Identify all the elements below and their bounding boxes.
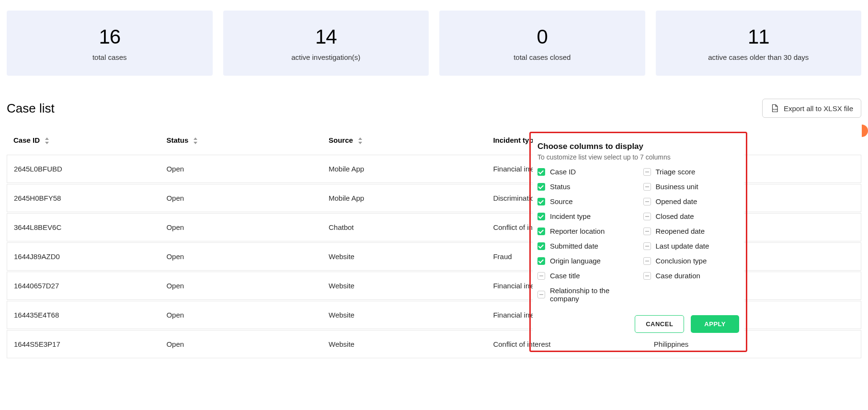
cell-case_id: 2645L0BFUBD (7, 155, 160, 183)
column-option[interactable]: Case duration (643, 272, 740, 280)
cancel-button[interactable]: CANCEL (635, 315, 684, 333)
column-option[interactable]: Submitted date (537, 242, 634, 250)
xlsx-file-icon: XLSX (770, 104, 779, 113)
stat-value: 14 (315, 25, 337, 48)
stat-label: total cases (92, 53, 127, 61)
cell-case_id: 1644J89AZD0 (7, 242, 160, 271)
column-option-label: Reopened date (656, 227, 705, 235)
checkbox-checked-icon[interactable] (537, 257, 545, 265)
col-header-extra (831, 131, 861, 154)
sort-icon (358, 137, 363, 144)
checkbox-checked-icon[interactable] (537, 198, 545, 205)
col-header-label: Case ID (13, 136, 40, 144)
col-header-source[interactable]: Source (322, 131, 486, 154)
stat-card-total-cases: 16 total cases (7, 11, 213, 76)
stat-label: total cases closed (514, 53, 571, 61)
column-chooser-popover: Choose columns to display To customize l… (533, 135, 744, 342)
column-option[interactable]: Status (537, 182, 634, 191)
column-option[interactable]: Closed date (643, 212, 740, 220)
stat-value: 11 (748, 25, 769, 48)
column-option[interactable]: Business unit (643, 182, 740, 191)
checkbox-unchecked-icon[interactable] (643, 257, 651, 265)
cell-source: Website (322, 242, 486, 271)
checkbox-unchecked-icon[interactable] (643, 242, 651, 250)
column-option[interactable]: Source (537, 197, 634, 205)
row-actions[interactable] (831, 330, 861, 358)
row-actions[interactable] (831, 242, 861, 271)
row-actions[interactable] (831, 155, 861, 183)
col-header-label: Status (166, 136, 188, 144)
export-label: Export all to XLSX file (784, 104, 853, 113)
checkbox-checked-icon[interactable] (537, 228, 545, 235)
cell-status: Open (160, 242, 322, 271)
cell-source: Chatbot (322, 213, 486, 241)
cell-case_id: 16440657D27 (7, 272, 160, 300)
row-actions[interactable] (831, 184, 861, 212)
column-option-label: Source (550, 197, 573, 205)
checkbox-unchecked-icon[interactable] (643, 168, 651, 176)
cell-status: Open (160, 272, 322, 300)
popover-subtitle: To customize list view select up to 7 co… (537, 153, 739, 161)
row-actions[interactable] (831, 301, 861, 329)
column-option[interactable]: Case ID (537, 168, 634, 176)
checkbox-checked-icon[interactable] (537, 183, 545, 191)
row-actions[interactable] (831, 213, 861, 241)
cell-case_id: 164435E4T68 (7, 301, 160, 329)
popover-title: Choose columns to display (537, 142, 739, 151)
cell-source: Website (322, 272, 486, 300)
checkbox-unchecked-icon[interactable] (643, 198, 651, 205)
checkbox-unchecked-icon[interactable] (643, 213, 651, 220)
checkbox-unchecked-icon[interactable] (643, 183, 651, 191)
cell-case_id: 2645H0BFY58 (7, 184, 160, 212)
column-option-label: Opened date (656, 197, 697, 205)
cell-status: Open (160, 155, 322, 183)
column-option[interactable]: Case title (537, 272, 634, 280)
column-option[interactable]: Relationship to the company (537, 286, 634, 303)
checkbox-checked-icon[interactable] (537, 242, 545, 250)
column-option-label: Status (550, 182, 571, 191)
column-option[interactable]: Triage score (643, 168, 740, 176)
col-header-case-id[interactable]: Case ID (7, 131, 160, 154)
cell-status: Open (160, 213, 322, 241)
column-option[interactable]: Origin language (537, 257, 634, 265)
page-title: Case list (7, 101, 55, 116)
col-header-label: Source (329, 136, 353, 144)
checkbox-checked-icon[interactable] (537, 168, 545, 176)
column-option[interactable]: Incident type (537, 212, 634, 220)
column-option[interactable]: Reopened date (643, 227, 740, 235)
cell-status: Open (160, 184, 322, 212)
column-option-label: Case ID (550, 168, 576, 176)
stat-label: active investigation(s) (291, 53, 360, 61)
cell-source: Mobile App (322, 184, 486, 212)
cell-status: Open (160, 330, 322, 358)
checkbox-unchecked-icon[interactable] (537, 291, 545, 298)
column-option-label: Closed date (656, 212, 694, 220)
column-option[interactable]: Last update date (643, 242, 740, 250)
checkbox-unchecked-icon[interactable] (537, 272, 545, 280)
column-option[interactable]: Opened date (643, 197, 740, 205)
checkbox-checked-icon[interactable] (537, 213, 545, 220)
cell-status: Open (160, 301, 322, 329)
export-xlsx-button[interactable]: XLSX Export all to XLSX file (762, 99, 861, 118)
column-option-label: Triage score (656, 168, 696, 176)
col-header-label: Incident type (493, 136, 537, 144)
svg-text:XLSX: XLSX (773, 109, 777, 111)
stat-card-active-investigations: 14 active investigation(s) (223, 11, 429, 76)
cell-source: Website (322, 330, 486, 358)
column-option[interactable]: Conclusion type (643, 257, 740, 265)
stat-card-older-30: 11 active cases older than 30 days (656, 11, 862, 76)
column-option-label: Reporter location (550, 227, 605, 235)
column-option-label: Case duration (656, 272, 700, 280)
row-actions[interactable] (831, 272, 861, 300)
apply-button[interactable]: APPLY (691, 315, 739, 333)
checkbox-unchecked-icon[interactable] (643, 228, 651, 235)
column-option-label: Submitted date (550, 242, 598, 250)
column-option-label: Incident type (550, 212, 591, 220)
column-option-label: Last update date (656, 242, 709, 250)
column-option-label: Case title (550, 272, 580, 280)
col-header-status[interactable]: Status (160, 131, 322, 154)
sort-icon (45, 137, 49, 144)
column-option[interactable]: Reporter location (537, 227, 634, 235)
checkbox-unchecked-icon[interactable] (643, 272, 651, 280)
column-option-label: Origin language (550, 257, 601, 265)
